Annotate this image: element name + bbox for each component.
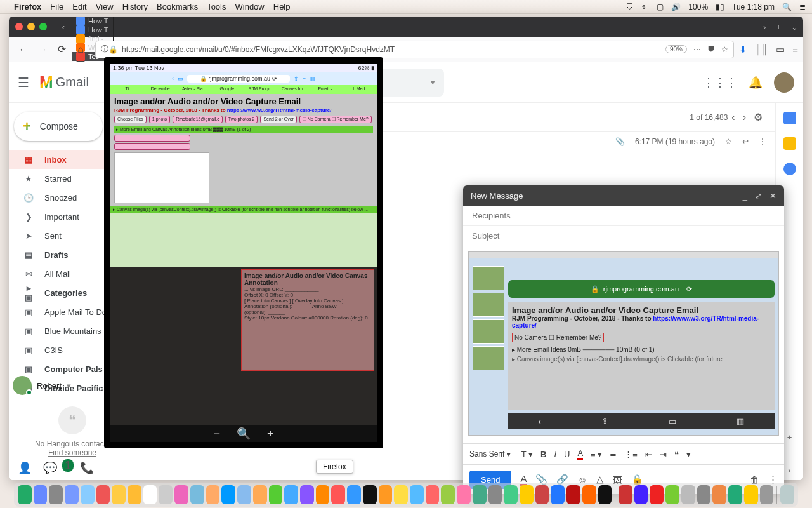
more-icon[interactable]: ⋮	[759, 137, 766, 146]
dock-app-icon[interactable]	[457, 485, 471, 504]
dock-app-icon[interactable]	[394, 485, 408, 504]
menu-tools[interactable]: Tools	[207, 2, 226, 11]
apps-grid-icon[interactable]: ⋮⋮⋮	[703, 76, 737, 90]
search-options-icon[interactable]: ▾	[431, 77, 435, 87]
compose-close-icon[interactable]: ✕	[769, 191, 776, 201]
compose-minimize-icon[interactable]: _	[743, 191, 747, 201]
account-avatar[interactable]	[774, 72, 794, 93]
dock-app-icon[interactable]	[634, 485, 648, 504]
menu-help[interactable]: Help	[273, 2, 291, 11]
dock-app-icon[interactable]	[681, 485, 695, 504]
menu-file[interactable]: File	[50, 2, 63, 11]
dock-app-icon[interactable]	[598, 485, 612, 504]
underline-icon[interactable]: U	[564, 450, 570, 459]
browser-tab[interactable]: How T	[72, 25, 114, 34]
dock-app-icon[interactable]	[347, 485, 361, 504]
bookmark-star-icon[interactable]: ☆	[721, 45, 728, 54]
window-controls[interactable]	[9, 17, 55, 37]
dock-app-icon[interactable]	[221, 485, 235, 504]
dock-app-icon[interactable]	[174, 485, 188, 504]
spotlight-icon[interactable]: 🔍	[782, 3, 792, 11]
tasks-addon-icon[interactable]	[783, 163, 796, 175]
trash-icon[interactable]	[780, 485, 794, 504]
indent-less-icon[interactable]: ⇤	[645, 450, 652, 459]
zoom-window-icon[interactable]	[39, 23, 47, 30]
minimize-window-icon[interactable]	[27, 23, 35, 30]
dock-app-icon[interactable]	[712, 485, 726, 504]
dock-app-icon[interactable]	[284, 485, 298, 504]
macos-dock[interactable]	[14, 483, 798, 507]
calendar-addon-icon[interactable]	[783, 112, 796, 124]
settings-gear-icon[interactable]: ⚙	[754, 111, 763, 123]
menu-window[interactable]: Window	[235, 2, 265, 11]
dock-app-icon[interactable]	[504, 485, 518, 504]
reply-icon[interactable]: ↩	[742, 137, 749, 146]
reader-icon[interactable]: ▭	[776, 44, 785, 55]
hangouts-contacts-icon[interactable]: 👤	[18, 461, 32, 475]
text-color-icon[interactable]: A	[577, 448, 583, 460]
tab-overflow-icon[interactable]: ›	[758, 22, 771, 32]
dock-app-icon[interactable]	[128, 485, 141, 504]
compose-button[interactable]: + Compose	[14, 112, 103, 141]
bulleted-list-icon[interactable]: ⋮≡	[624, 450, 638, 459]
dock-app-icon[interactable]	[410, 485, 424, 504]
display-icon[interactable]: ▢	[657, 3, 664, 11]
dock-app-icon[interactable]	[728, 485, 742, 504]
bold-icon[interactable]: B	[540, 450, 546, 459]
star-message-icon[interactable]: ☆	[725, 137, 732, 146]
numbered-list-icon[interactable]: ≣	[610, 450, 617, 459]
menu-edit[interactable]: Edit	[72, 2, 86, 11]
new-tab-icon[interactable]: +	[771, 22, 786, 32]
back-button[interactable]: ←	[14, 44, 33, 55]
dock-app-icon[interactable]	[473, 485, 487, 504]
gmail-menu-icon[interactable]: ☰	[18, 75, 29, 90]
menu-bookmarks[interactable]: Bookmarks	[157, 2, 198, 11]
notifications-icon[interactable]: 🔔	[749, 76, 763, 90]
dock-app-icon[interactable]	[426, 485, 440, 504]
dock-app-icon[interactable]	[744, 485, 758, 504]
expand-rail-icon[interactable]: ›	[788, 465, 790, 475]
library-icon[interactable]: ║║	[755, 44, 768, 55]
user-menu-caret-icon[interactable]: ▾	[67, 381, 71, 391]
dock-app-icon[interactable]	[535, 485, 549, 504]
dock-app-icon[interactable]	[331, 485, 345, 504]
dock-app-icon[interactable]	[316, 485, 330, 504]
dock-app-icon[interactable]	[269, 485, 283, 504]
zoom-badge[interactable]: 90%	[665, 45, 687, 53]
menu-list-icon[interactable]: ≣	[799, 3, 806, 11]
dock-app-icon[interactable]	[520, 485, 534, 504]
dock-app-icon[interactable]	[363, 485, 377, 504]
dock-app-icon[interactable]	[81, 485, 95, 504]
info-icon[interactable]: ⓘ	[101, 44, 108, 55]
dock-app-icon[interactable]	[300, 485, 314, 504]
hangouts-chat-icon[interactable]: 💬1	[43, 461, 69, 475]
font-size-icon[interactable]: ᵀT ▾	[518, 450, 533, 459]
hangouts-user[interactable]: Robert ▾	[13, 376, 71, 395]
format-more-icon[interactable]: ▾	[686, 450, 691, 459]
hangouts-call-icon[interactable]: 📞	[80, 461, 94, 475]
dock-app-icon[interactable]	[441, 485, 455, 504]
close-window-icon[interactable]	[15, 23, 23, 30]
menu-view[interactable]: View	[96, 2, 114, 11]
dock-app-icon[interactable]	[379, 485, 393, 504]
home-button[interactable]: ⌂	[71, 44, 90, 55]
gmail-logo[interactable]: M Gmail	[39, 72, 89, 92]
keep-addon-icon[interactable]	[783, 137, 796, 150]
tab-back-icon[interactable]: ‹	[55, 17, 72, 37]
font-select[interactable]: Sans Serif ▾	[469, 450, 511, 458]
dock-app-icon[interactable]	[619, 485, 632, 504]
next-message-icon[interactable]: ›	[743, 112, 746, 123]
dock-app-icon[interactable]	[18, 485, 32, 504]
dock-app-icon[interactable]	[190, 485, 204, 504]
browser-tab[interactable]: How T	[72, 17, 114, 25]
url-bar[interactable]: ⓘ 🔒 https://mail.google.com/mail/u/0/#in…	[95, 41, 734, 58]
dock-app-icon[interactable]	[206, 485, 220, 504]
all-tabs-icon[interactable]: ⌄	[786, 22, 803, 32]
dock-app-icon[interactable]	[665, 485, 679, 504]
dock-app-icon[interactable]	[697, 485, 711, 504]
indent-more-icon[interactable]: ⇥	[660, 450, 667, 459]
menubar-app[interactable]: Firefox	[14, 2, 41, 11]
dock-app-icon[interactable]	[34, 485, 48, 504]
volume-icon[interactable]: 🔊	[671, 3, 681, 11]
dock-app-icon[interactable]	[159, 485, 173, 504]
